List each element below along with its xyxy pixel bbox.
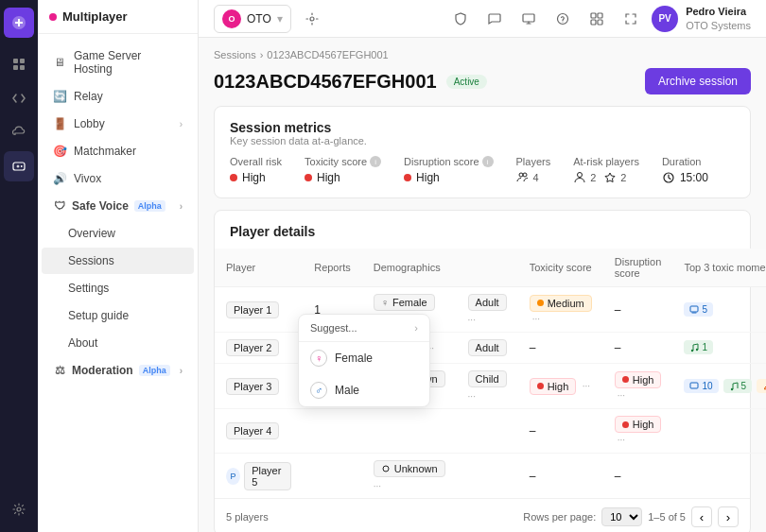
chat-icon[interactable] [481, 6, 508, 32]
table-row: Player 4 – High ··· ··· [215, 409, 766, 454]
svg-point-25 [730, 387, 732, 389]
sidebar-icon-settings[interactable] [4, 494, 34, 524]
col-demographics: Demographics [362, 249, 518, 287]
context-menu-item-male[interactable]: ♂ Male [299, 374, 429, 406]
player-tag[interactable]: Player 3 [226, 378, 279, 395]
more-options-icon[interactable]: ··· [374, 481, 381, 491]
toxicity-cell: High ··· [518, 364, 603, 409]
moment-tag-music[interactable]: 1 [684, 340, 713, 354]
nav-app-title[interactable]: Multiplayer [38, 0, 198, 34]
top-bar: O OTO ▾ [199, 0, 766, 38]
sidebar-item-label: Overview [68, 227, 115, 240]
toxicity-cell: – [518, 409, 603, 454]
toxicity-dot [305, 174, 312, 181]
player-name-cell: P Player 5 [215, 454, 303, 499]
player-tag[interactable]: Player 4 [226, 422, 279, 439]
sidebar-item-label: Moderation [72, 364, 133, 377]
context-menu-item-female[interactable]: ♀ Female [299, 342, 429, 374]
toxicity-info-icon[interactable]: i [370, 156, 381, 167]
metric-players: Players 4 [516, 156, 551, 184]
player-tag[interactable]: Player 1 [226, 301, 279, 318]
context-menu-header[interactable]: Suggest... › [299, 315, 429, 342]
metric-overall-risk: Overall risk High [230, 156, 282, 184]
sidebar-item-matchmaker[interactable]: 🎯 Matchmaker [42, 138, 194, 164]
sidebar-icon-cloud[interactable] [4, 117, 34, 147]
chevron-down-icon: › [180, 201, 183, 212]
players-value: 4 [516, 171, 551, 184]
age-tag[interactable]: Adult [468, 294, 507, 311]
svg-point-26 [383, 466, 389, 472]
monitor-icon[interactable] [515, 6, 542, 32]
disruption-tag[interactable]: High [615, 371, 662, 388]
more-options-icon[interactable]: ··· [468, 391, 476, 402]
players-count: 5 players [226, 511, 269, 523]
gender-tag[interactable]: ♀ Female [374, 294, 435, 311]
svg-point-15 [519, 173, 523, 177]
sidebar-item-label: Vivox [74, 172, 101, 185]
sidebar-item-safe-voice[interactable]: 🛡 Safe Voice Alpha › [42, 193, 194, 219]
more-options-icon[interactable]: ··· [468, 315, 476, 325]
alpha-badge: Alpha [134, 200, 165, 212]
sidebar-item-overview[interactable]: Overview [42, 220, 194, 247]
help-icon[interactable] [549, 6, 576, 32]
more-icon[interactable]: ··· [618, 390, 625, 401]
sidebar-item-moderation[interactable]: ⚖ Moderation Alpha › [42, 357, 194, 384]
user-name: Pedro Vieira [686, 5, 751, 18]
toxicity-cell: – [518, 454, 603, 499]
moment-tag-music[interactable]: 5 [723, 379, 753, 393]
age-tag[interactable]: Adult [468, 339, 507, 356]
gender-tag[interactable]: Unknown [374, 460, 445, 477]
brand-icon[interactable] [4, 8, 34, 38]
player-tag[interactable]: Player 2 [226, 339, 279, 356]
rows-per-page-label: Rows per page: [523, 511, 596, 523]
high-dot [537, 383, 544, 389]
sidebar-item-vivox[interactable]: 🔊 Vivox [42, 165, 194, 192]
more-icon[interactable]: ··· [532, 314, 540, 324]
next-page-button[interactable]: › [718, 506, 739, 527]
disruption-info-icon[interactable]: i [482, 156, 494, 167]
sidebar-item-settings[interactable]: Settings [42, 275, 194, 301]
sidebar-icon-layout[interactable] [4, 49, 34, 79]
breadcrumb-sessions[interactable]: Sessions [214, 49, 256, 60]
session-metrics-card: Session metrics Key session data at-a-gl… [214, 106, 751, 198]
more-icon[interactable]: ··· [618, 435, 625, 445]
sidebar-item-setup-guide[interactable]: Setup guide [42, 302, 194, 329]
age-tag[interactable]: Child [468, 370, 507, 387]
toxicity-tag[interactable]: High [530, 378, 577, 395]
player-tag[interactable]: Player 5 [244, 462, 291, 490]
sidebar-item-relay[interactable]: 🔄 Relay [42, 83, 194, 110]
sidebar-icon-code[interactable] [4, 83, 34, 113]
settings-gear-icon[interactable] [299, 6, 325, 32]
archive-session-button[interactable]: Archive session [645, 68, 751, 94]
moment-tag-tool[interactable]: 3 [757, 379, 766, 393]
moment-tag-screen[interactable]: 5 [684, 302, 713, 317]
context-menu-title: Suggest... [310, 322, 357, 334]
prev-page-button[interactable]: ‹ [691, 506, 712, 527]
moment-tag-screen[interactable]: 10 [684, 379, 718, 393]
demographics-age-cell: Adult [457, 333, 518, 364]
sidebar-item-about[interactable]: About [42, 330, 194, 356]
disruption-dot [404, 174, 411, 181]
disruption-tag[interactable]: High [615, 416, 662, 433]
col-toxicity-score: Toxicity score [518, 249, 603, 287]
more-icon[interactable]: ··· [583, 381, 590, 391]
moments-cell: 1 [672, 333, 766, 364]
toxicity-tag[interactable]: Medium [530, 295, 592, 312]
sidebar-icon-game[interactable] [4, 151, 34, 181]
sidebar-item-lobby[interactable]: 🚪 Lobby › [42, 111, 194, 137]
main-content: O OTO ▾ [199, 0, 766, 532]
age-tag-group: Child ··· [468, 370, 507, 402]
expand-icon[interactable] [618, 6, 644, 32]
grid-icon[interactable] [583, 6, 610, 32]
shield-icon[interactable] [447, 6, 474, 32]
sidebar-item-game-server-hosting[interactable]: 🖥 Game Server Hosting [42, 43, 194, 82]
sidebar-item-sessions[interactable]: Sessions [42, 248, 194, 274]
reports-cell [303, 454, 362, 499]
rows-per-page-select[interactable]: 10 25 50 [601, 507, 642, 526]
page-range: 1–5 of 5 [648, 511, 686, 523]
player-avatar: P [226, 468, 240, 485]
female-gender-icon: ♀ [310, 350, 327, 367]
oto-selector[interactable]: O OTO ▾ [214, 5, 291, 33]
page-title-row: 0123ABCD4567EFGH001 Active Archive sessi… [214, 68, 751, 94]
metric-toxicity-score: Toxicity score i High [305, 156, 381, 184]
